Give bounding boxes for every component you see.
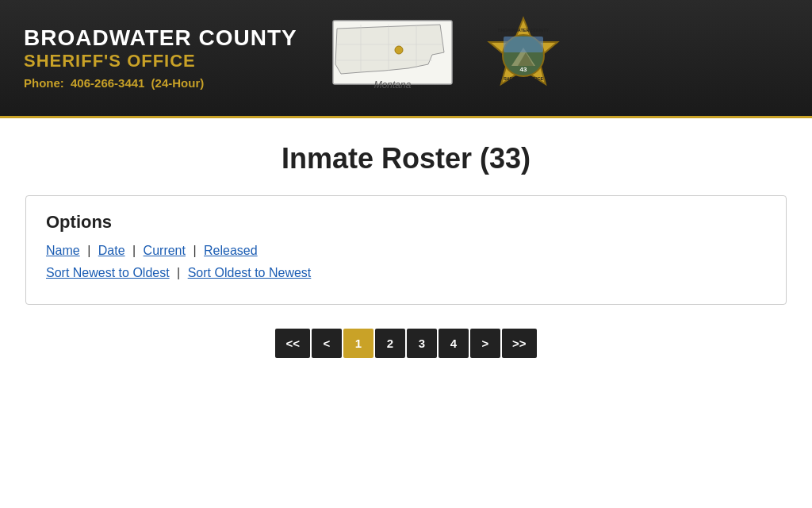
phone-label: Phone: — [24, 76, 64, 90]
page-btn-last[interactable]: >> — [502, 329, 537, 358]
page-btn-prev[interactable]: < — [312, 329, 342, 358]
sheriff-badge: BROADWATER COUNTY SHERIFF'S OFFICE 43 — [480, 14, 567, 102]
svg-point-7 — [395, 46, 403, 54]
sort-links: Sort Newest to Oldest | Sort Oldest to N… — [46, 266, 766, 280]
svg-text:SHERIFF'S OFFICE: SHERIFF'S OFFICE — [504, 76, 544, 81]
site-header: BROADWATER COUNTY SHERIFF'S OFFICE Phone… — [0, 0, 812, 118]
pagination: << < 1 2 3 4 > >> — [25, 329, 787, 358]
sort-oldest-link[interactable]: Sort Oldest to Newest — [188, 266, 312, 279]
sep-4: | — [177, 266, 180, 279]
sep-2: | — [132, 244, 136, 257]
montana-map-svg: Montana — [329, 17, 456, 96]
filter-current-link[interactable]: Current — [144, 244, 186, 257]
phone-suffix: (24-Hour) — [151, 76, 205, 90]
options-box: Options Name | Date | Current | Released… — [25, 195, 787, 305]
page-title: Inmate Roster (33) — [25, 142, 787, 175]
filter-released-link[interactable]: Released — [204, 244, 258, 257]
page-btn-2[interactable]: 2 — [375, 329, 405, 358]
svg-rect-13 — [504, 37, 543, 52]
page-btn-next[interactable]: > — [470, 329, 500, 358]
svg-text:Montana: Montana — [373, 79, 411, 90]
header-phone: Phone: 406-266-3441 (24-Hour) — [24, 76, 297, 90]
filter-name-link[interactable]: Name — [46, 244, 80, 257]
page-btn-4[interactable]: 4 — [439, 329, 469, 358]
filter-links: Name | Date | Current | Released — [46, 244, 766, 258]
main-content: Inmate Roster (33) Options Name | Date |… — [10, 118, 802, 382]
svg-text:BROADWATER COUNTY: BROADWATER COUNTY — [498, 28, 550, 33]
page-btn-first[interactable]: << — [275, 329, 310, 358]
sep-1: | — [87, 244, 90, 257]
filter-date-link[interactable]: Date — [98, 244, 125, 257]
options-heading: Options — [46, 212, 766, 233]
montana-map: Montana — [329, 17, 456, 99]
header-text-block: BROADWATER COUNTY SHERIFF'S OFFICE Phone… — [24, 26, 297, 90]
svg-text:43: 43 — [519, 66, 527, 73]
sep-3: | — [193, 244, 196, 257]
sort-newest-link[interactable]: Sort Newest to Oldest — [46, 266, 170, 279]
page-btn-3[interactable]: 3 — [407, 329, 437, 358]
header-title-main: BROADWATER COUNTY — [24, 26, 297, 51]
phone-number: 406-266-3441 — [71, 76, 144, 90]
header-title-sub: SHERIFF'S OFFICE — [24, 51, 297, 71]
page-btn-1[interactable]: 1 — [343, 329, 373, 358]
